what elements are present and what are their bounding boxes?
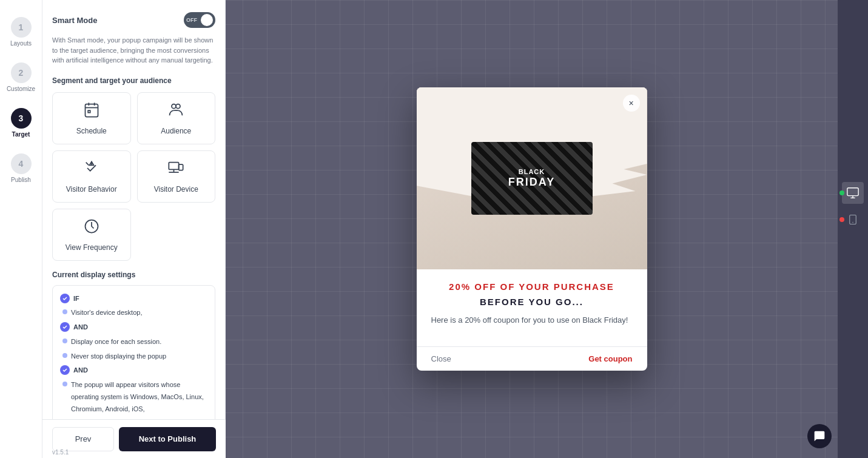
desktop-active-dot <box>839 190 844 195</box>
schedule-card[interactable]: Schedule <box>52 92 131 144</box>
visitor-behavior-label: Visitor Behavior <box>66 185 117 194</box>
svg-point-5 <box>172 104 176 108</box>
schedule-icon <box>83 101 100 122</box>
step-4[interactable]: 4 Publish <box>8 149 34 188</box>
popup-card: × BLACK FRIDAY 20% OFF OF YOUR PURCHASE <box>417 87 647 371</box>
audience-icon <box>167 101 184 122</box>
targeting-cards-row1: Schedule Audience <box>52 92 215 144</box>
audience-card[interactable]: Audience <box>137 92 216 144</box>
segment-section-title: Segment and target your audience <box>52 76 215 85</box>
bullet-2 <box>62 353 67 358</box>
desktop-device-btn[interactable] <box>842 182 864 204</box>
bf-black-box: BLACK FRIDAY <box>471 142 593 215</box>
popup-coupon-button[interactable]: Get coupon <box>588 354 632 363</box>
settings-and-label-1: AND <box>73 322 88 334</box>
bullet-0 <box>62 309 67 314</box>
svg-rect-8 <box>169 162 179 169</box>
mobile-device-btn[interactable] <box>842 209 864 231</box>
bf-text: BLACK FRIDAY <box>508 168 555 189</box>
step-1-circle: 1 <box>11 17 32 38</box>
settings-display-once-text: Display once for each session. <box>71 336 161 348</box>
bf-line1: BLACK <box>508 168 555 176</box>
smart-mode-toggle[interactable]: OFF <box>184 12 215 28</box>
settings-row-0: IF <box>60 293 207 305</box>
svg-rect-0 <box>85 104 98 116</box>
device-sidebar <box>838 0 868 458</box>
visitor-device-card[interactable]: Visitor Device <box>137 150 216 203</box>
prev-button[interactable]: Prev <box>52 427 114 451</box>
visitor-behavior-card[interactable]: Visitor Behavior <box>52 150 131 203</box>
settings-panel: Smart Mode OFF With Smart mode, your pop… <box>42 0 226 458</box>
settings-never-stop-text: Never stop displaying the popup <box>71 351 166 363</box>
settings-if-label: IF <box>73 293 79 305</box>
next-to-publish-button[interactable]: Next to Publish <box>119 427 216 451</box>
smart-mode-label: Smart Mode <box>52 16 97 25</box>
toggle-knob <box>201 14 213 26</box>
popup-body: 20% OFF OF YOUR PURCHASE BEFORE YOU GO..… <box>417 269 647 346</box>
popup-headline: 20% OFF OF YOUR PURCHASE <box>431 281 633 292</box>
check-icon-2 <box>60 365 70 375</box>
check-icon-1 <box>60 322 70 332</box>
check-icon-0 <box>60 294 70 303</box>
view-frequency-card[interactable]: View Frequency <box>52 209 131 261</box>
settings-row-6: The popup will appear visitors whose ope… <box>60 379 207 415</box>
visitor-behavior-icon <box>83 160 100 180</box>
steps-sidebar: 1 Layouts 2 Customize 3 Target 4 Publish <box>0 0 42 458</box>
mobile-inactive-dot <box>839 217 844 222</box>
step-2-label: Customize <box>7 86 35 92</box>
step-2-circle: 2 <box>11 62 32 83</box>
popup-description: Here is a 20% off coupon for you to use … <box>431 314 633 327</box>
audience-label: Audience <box>161 127 191 135</box>
popup-overlay: × BLACK FRIDAY 20% OFF OF YOUR PURCHASE <box>226 0 838 458</box>
settings-row-5: AND <box>60 365 207 377</box>
bullet-3 <box>62 382 67 386</box>
settings-and-label-2: AND <box>73 365 88 377</box>
popup-close-button[interactable]: × <box>623 95 640 112</box>
smart-mode-description: With Smart mode, your popup campaign wil… <box>52 35 215 66</box>
support-chat-button[interactable] <box>807 424 832 448</box>
visitor-device-icon <box>167 160 184 180</box>
step-1-label: Layouts <box>10 40 32 47</box>
settings-os-text: The popup will appear visitors whose ope… <box>71 379 207 415</box>
step-4-circle: 4 <box>11 153 32 174</box>
step-3[interactable]: 3 Target <box>8 103 34 143</box>
targeting-cards-row2: Visitor Behavior Visitor Device <box>52 150 215 203</box>
popup-actions: Close Get coupon <box>417 346 647 371</box>
popup-close-link[interactable]: Close <box>431 354 451 363</box>
bf-background: BLACK FRIDAY <box>417 87 647 269</box>
svg-point-6 <box>176 104 180 108</box>
bf-line2: FRIDAY <box>508 176 555 189</box>
schedule-label: Schedule <box>76 127 107 135</box>
svg-rect-4 <box>88 110 90 113</box>
step-4-label: Publish <box>11 177 31 183</box>
svg-rect-9 <box>179 164 183 170</box>
svg-rect-13 <box>847 188 858 196</box>
smart-mode-row: Smart Mode OFF <box>52 12 215 28</box>
version-label: v1.5.1 <box>42 449 78 456</box>
step-3-label: Target <box>12 131 30 138</box>
step-2[interactable]: 2 Customize <box>4 58 38 97</box>
popup-image-area: BLACK FRIDAY <box>417 87 647 269</box>
settings-device-text: Visitor's device desktop, <box>71 307 142 319</box>
current-settings-box: IF Visitor's device desktop, AND Display… <box>52 285 215 426</box>
settings-row-4: Never stop displaying the popup <box>60 351 207 363</box>
settings-row-3: Display once for each session. <box>60 336 207 348</box>
bullet-1 <box>62 338 67 343</box>
view-frequency-label: View Frequency <box>66 243 118 252</box>
settings-row-1: Visitor's device desktop, <box>60 307 207 319</box>
step-3-circle: 3 <box>11 108 32 129</box>
step-1[interactable]: 1 Layouts <box>8 12 34 52</box>
toggle-off-label: OFF <box>186 17 197 23</box>
current-settings-title: Current display settings <box>52 271 215 279</box>
visitor-device-label: Visitor Device <box>154 185 198 194</box>
view-frequency-icon <box>83 218 100 238</box>
settings-row-2: AND <box>60 322 207 334</box>
popup-subheadline: BEFORE YOU GO... <box>431 297 633 307</box>
targeting-cards-row3: View Frequency <box>52 209 215 261</box>
